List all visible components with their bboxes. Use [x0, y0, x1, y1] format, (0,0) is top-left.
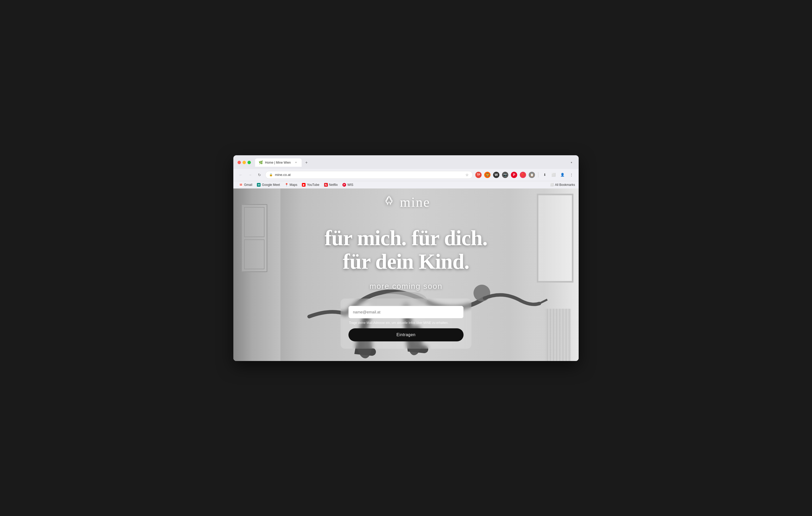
- secure-icon: 🔒: [269, 173, 273, 177]
- ext-w-badge: W: [493, 172, 499, 178]
- submit-button[interactable]: Eintragen: [348, 328, 464, 341]
- main-content: mine für mich. für dich. für dein Kind. …: [233, 188, 579, 361]
- download-button[interactable]: ⬇: [541, 171, 548, 179]
- hero-subheading: more coming soon: [370, 282, 443, 291]
- ext-tp-badge: TP: [475, 172, 482, 178]
- ext-pinterest-badge: P: [511, 172, 517, 178]
- maximize-window-button[interactable]: [248, 161, 251, 164]
- bookmark-wis[interactable]: P WIS: [340, 182, 355, 187]
- profile-button[interactable]: 👤: [559, 171, 566, 179]
- gmail-favicon: M: [239, 183, 243, 187]
- forward-button[interactable]: →: [246, 171, 254, 179]
- ext-pocket-badge: 🔴: [520, 172, 526, 178]
- email-input-wrapper[interactable]: [348, 306, 464, 318]
- toolbar-divider: [538, 172, 539, 178]
- bookmark-gmail[interactable]: M Gmail: [237, 182, 254, 187]
- bookmark-wis-label: WIS: [347, 183, 353, 187]
- active-tab[interactable]: 🌿 Home | Mine Wien ×: [255, 158, 301, 167]
- maps-favicon: 📍: [285, 183, 288, 187]
- refresh-button[interactable]: ↻: [256, 171, 263, 179]
- content-overlay: mine für mich. für dich. für dein Kind. …: [233, 188, 579, 361]
- hero-heading-line2: für dein Kind.: [325, 250, 488, 273]
- mine-logo-svg: [382, 194, 396, 208]
- bookmarks-all-label: All Bookmarks: [555, 183, 575, 187]
- url-bar[interactable]: 🔒 mine.co.at ☆: [265, 171, 473, 179]
- email-signup-card: Trage deine Mail-Adresse ein, um aktuell…: [341, 299, 471, 349]
- bookmarks-bar: M Gmail M Google Meet 📍 Maps ▶ YouTube N…: [233, 181, 579, 188]
- ext-w-icon[interactable]: W: [493, 171, 500, 179]
- logo-area: mine: [382, 194, 430, 211]
- google-meet-favicon: M: [257, 183, 261, 187]
- ext-tp-icon[interactable]: TP: [475, 171, 482, 179]
- bookmark-gmail-label: Gmail: [244, 183, 252, 187]
- logo-text-wrap: mine: [400, 194, 430, 210]
- bookmark-meet-label: Google Meet: [262, 183, 280, 187]
- tab-favicon: 🌿: [259, 160, 263, 165]
- logo-icon: [382, 194, 396, 211]
- tab-title: Home | Mine Wien: [265, 161, 291, 164]
- hero-heading-line1: für mich. für dich.: [325, 226, 488, 250]
- browser-window: 🌿 Home | Mine Wien × + ▾ ← → ↻ 🔒 mine.co…: [233, 155, 579, 361]
- ext-cam-badge: 📷: [502, 172, 508, 178]
- email-input[interactable]: [353, 310, 459, 314]
- ext-brave-badge: 🦁: [484, 172, 491, 178]
- ext-pocket-icon[interactable]: 🔴: [519, 171, 527, 179]
- menu-button[interactable]: ⋮: [568, 171, 575, 179]
- bookmark-youtube-label: YouTube: [307, 183, 319, 187]
- email-hint-text: Trage deine Mail-Adresse ein, um aktuell…: [348, 321, 464, 325]
- ext-clip-badge: 📋: [529, 172, 535, 178]
- tab-bar: 🌿 Home | Mine Wien × + ▾: [255, 158, 575, 167]
- bookmark-youtube[interactable]: ▶ YouTube: [300, 182, 321, 187]
- logo-text: mine: [400, 195, 430, 210]
- bookmark-netflix[interactable]: N Netflix: [322, 182, 340, 187]
- url-text: mine.co.at: [275, 173, 463, 177]
- tab-dropdown-button[interactable]: ▾: [568, 159, 575, 166]
- tab-close-button[interactable]: ×: [294, 160, 298, 165]
- ext-clip-icon[interactable]: 📋: [528, 171, 535, 179]
- bookmark-maps-label: Maps: [290, 183, 297, 187]
- sidebar-button[interactable]: ⬜: [550, 171, 557, 179]
- traffic-lights: [237, 161, 251, 164]
- hero-text: für mich. für dich. für dein Kind.: [325, 226, 488, 273]
- wis-favicon: P: [342, 183, 346, 187]
- close-window-button[interactable]: [237, 161, 241, 164]
- ext-cam-icon[interactable]: 📷: [501, 171, 509, 179]
- ext-pinterest-icon[interactable]: P: [511, 171, 518, 179]
- bookmark-maps[interactable]: 📍 Maps: [283, 182, 299, 187]
- ext-brave-icon[interactable]: 🦁: [484, 171, 491, 179]
- netflix-favicon: N: [324, 183, 328, 187]
- youtube-favicon: ▶: [302, 183, 306, 187]
- bookmark-google-meet[interactable]: M Google Meet: [255, 182, 282, 187]
- bookmark-star-icon[interactable]: ☆: [465, 173, 469, 177]
- title-bar: 🌿 Home | Mine Wien × + ▾: [233, 155, 579, 169]
- back-button[interactable]: ←: [237, 171, 244, 179]
- new-tab-button[interactable]: +: [303, 159, 310, 166]
- minimize-window-button[interactable]: [242, 161, 246, 164]
- address-bar: ← → ↻ 🔒 mine.co.at ☆ TP 🦁 W 📷 P: [233, 169, 579, 181]
- bookmark-netflix-label: Netflix: [329, 183, 338, 187]
- bookmarks-all[interactable]: ⬜ All Bookmarks: [550, 183, 575, 187]
- toolbar-icons: TP 🦁 W 📷 P 🔴 📋 ⬇ ⬜ 👤 ⋮: [475, 171, 575, 179]
